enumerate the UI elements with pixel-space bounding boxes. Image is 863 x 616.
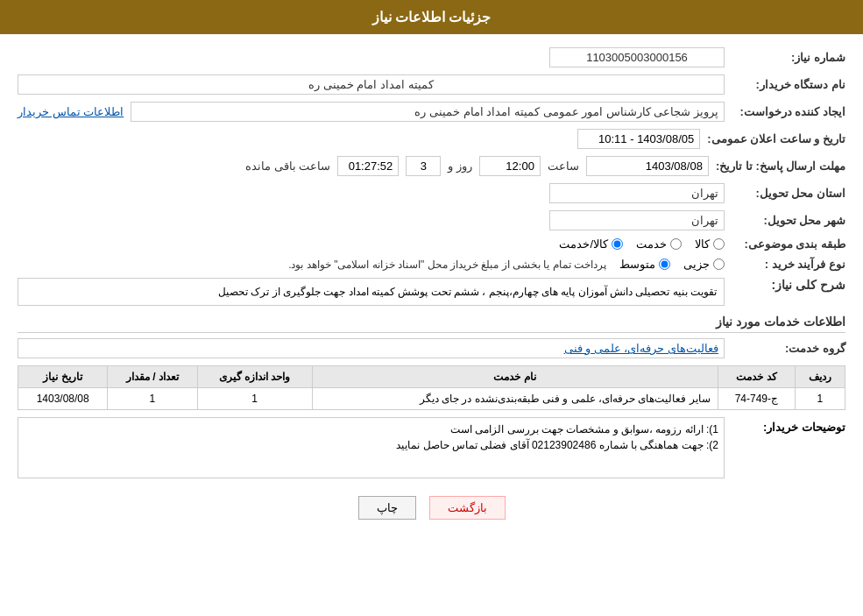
need-number-label: شماره نیاز:	[732, 51, 845, 64]
col-header-row: ردیف	[795, 366, 845, 388]
page-header: جزئیات اطلاعات نیاز	[0, 0, 863, 34]
purchase-type-radio-partial[interactable]	[713, 258, 725, 270]
page-container: جزئیات اطلاعات نیاز شماره نیاز: 11030050…	[0, 0, 863, 616]
creator-value: پرویز شجاعی کارشناس امور عمومی کمیته امد…	[131, 102, 725, 122]
description-value: تقویت بنیه تحصیلی دانش آموزان پایه های چ…	[18, 278, 725, 306]
cell-qty: 1	[108, 388, 197, 410]
description-title: شرح کلی نیاز:	[732, 278, 845, 292]
category-radio-kala[interactable]	[713, 238, 725, 250]
category-radio-both[interactable]	[612, 238, 623, 250]
category-radio-group: کالا خدمت کالا/خدمت	[559, 237, 725, 251]
category-row: طبقه بندی موضوعی: کالا خدمت کالا/خدمت	[18, 237, 845, 251]
service-group-label: گروه خدمت:	[732, 342, 845, 355]
announce-date-row: تاریخ و ساعت اعلان عمومی: 1403/08/05 - 1…	[18, 129, 845, 149]
category-option-khedmat[interactable]: خدمت	[636, 237, 682, 251]
description-row: شرح کلی نیاز: تقویت بنیه تحصیلی دانش آمو…	[18, 278, 845, 306]
delivery-province-value: تهران	[549, 183, 725, 203]
cell-unit: 1	[197, 388, 312, 410]
services-table: ردیف کد خدمت نام خدمت واحد اندازه گیری ت…	[18, 365, 845, 410]
cell-date: 1403/08/08	[18, 388, 108, 410]
buyer-notes-section: توضیحات خریدار: 1): ارائه رزومه ،سوابق و…	[18, 417, 845, 478]
service-group-value[interactable]: فعالیت‌های حرفه‌ای، علمی و فنی	[18, 338, 725, 358]
purchase-type-label: نوع فرآیند خرید :	[732, 258, 845, 271]
announce-date-label: تاریخ و ساعت اعلان عمومی:	[707, 132, 845, 145]
cell-row: 1	[795, 388, 845, 410]
buyer-org-label: نام دستگاه خریدار:	[732, 78, 845, 91]
delivery-city-value: تهران	[549, 210, 725, 230]
buyer-notes-label: توضیحات خریدار:	[732, 417, 845, 434]
category-option-kala[interactable]: کالا	[695, 237, 725, 251]
delivery-city-row: شهر محل تحویل: تهران	[18, 210, 845, 230]
response-deadline-row: مهلت ارسال پاسخ: تا تاریخ: 1403/08/08 سا…	[18, 156, 845, 176]
response-remaining-value: 01:27:52	[337, 156, 399, 176]
purchase-type-medium[interactable]: متوسط	[619, 258, 670, 271]
delivery-province-row: استان محل تحویل: تهران	[18, 183, 845, 203]
category-option-both[interactable]: کالا/خدمت	[559, 237, 623, 251]
col-header-date: تاریخ نیاز	[18, 366, 108, 388]
col-header-qty: تعداد / مقدار	[108, 366, 197, 388]
buyer-org-value: کمیته امداد امام خمینی ره	[18, 74, 725, 95]
services-section-title: اطلاعات خدمات مورد نیاز	[18, 315, 845, 333]
purchase-type-radio-group: جزیی متوسط پرداخت تمام یا بخشی از مبلغ خ…	[288, 258, 725, 271]
purchase-type-partial[interactable]: جزیی	[683, 258, 725, 271]
buyer-org-row: نام دستگاه خریدار: کمیته امداد امام خمین…	[18, 74, 845, 95]
response-remaining-label: ساعت باقی مانده	[245, 159, 330, 173]
purchase-type-radio-medium[interactable]	[659, 258, 670, 270]
content-area: شماره نیاز: 1103005003000156 نام دستگاه …	[0, 34, 863, 542]
page-title: جزئیات اطلاعات نیاز	[372, 10, 492, 25]
delivery-province-label: استان محل تحویل:	[732, 187, 845, 200]
creator-label: ایجاد کننده درخواست:	[732, 105, 845, 118]
col-header-name: نام خدمت	[312, 366, 718, 388]
response-days-label: روز و	[448, 159, 472, 173]
need-number-value: 1103005003000156	[549, 47, 725, 67]
response-days-value: 3	[406, 156, 441, 176]
category-option-both-label: کالا/خدمت	[559, 237, 608, 251]
purchase-type-row: نوع فرآیند خرید : جزیی متوسط پرداخت تمام…	[18, 258, 845, 271]
category-option-khedmat-label: خدمت	[636, 237, 667, 251]
response-time-value: 12:00	[479, 156, 541, 176]
buyer-notes-box: 1): ارائه رزومه ،سوابق و مشخصات جهت بررس…	[18, 417, 725, 478]
back-button[interactable]: بازگشت	[429, 496, 506, 520]
cell-code: ج-749-74	[718, 388, 795, 410]
col-header-unit: واحد اندازه گیری	[197, 366, 312, 388]
response-time-label: ساعت	[548, 159, 579, 173]
cell-name: سایر فعالیت‌های حرفه‌ای، علمی و فنی طبقه…	[312, 388, 718, 410]
buttons-row: بازگشت چاپ	[18, 496, 845, 520]
creator-row: ایجاد کننده درخواست: پرویز شجاعی کارشناس…	[18, 102, 845, 122]
purchase-type-medium-label: متوسط	[619, 258, 655, 271]
delivery-city-label: شهر محل تحویل:	[732, 214, 845, 227]
purchase-type-note: پرداخت تمام یا بخشی از مبلغ خریداز محل "…	[288, 258, 606, 271]
buyer-notes-line1: 1): ارائه رزومه ،سوابق و مشخصات جهت بررس…	[24, 423, 718, 435]
service-group-row: گروه خدمت: فعالیت‌های حرفه‌ای، علمی و فن…	[18, 338, 845, 358]
need-number-row: شماره نیاز: 1103005003000156	[18, 47, 845, 67]
purchase-type-partial-label: جزیی	[683, 258, 710, 271]
col-header-code: کد خدمت	[718, 366, 795, 388]
announce-date-value: 1403/08/05 - 10:11	[577, 129, 700, 149]
response-date-value: 1403/08/08	[586, 156, 709, 176]
response-deadline-label: مهلت ارسال پاسخ: تا تاریخ:	[716, 159, 845, 173]
category-radio-khedmat[interactable]	[670, 238, 682, 250]
buyer-notes-line2: 2): جهت هماهنگی با شماره 02123902486 آقا…	[24, 439, 718, 451]
creator-contact-link[interactable]: اطلاعات تماس خریدار	[18, 105, 124, 118]
print-button[interactable]: چاپ	[358, 496, 416, 520]
category-option-kala-label: کالا	[695, 237, 710, 251]
table-row: 1 ج-749-74 سایر فعالیت‌های حرفه‌ای، علمی…	[18, 388, 845, 410]
category-label: طبقه بندی موضوعی:	[732, 237, 845, 251]
